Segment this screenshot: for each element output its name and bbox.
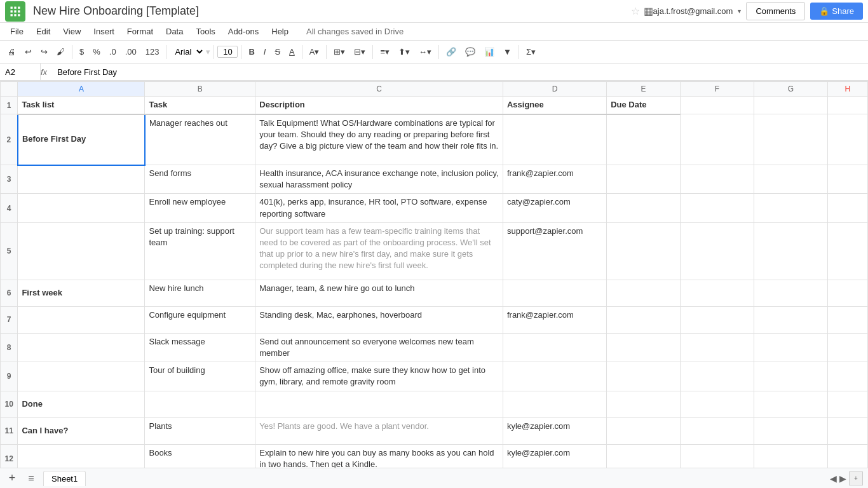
cell-8-h[interactable] bbox=[827, 333, 867, 362]
cell-12-e[interactable] bbox=[607, 444, 681, 468]
col-header-f[interactable]: F bbox=[681, 82, 754, 97]
share-button[interactable]: 🔒 Share bbox=[810, 3, 863, 20]
cell-8-d[interactable] bbox=[503, 333, 606, 362]
cell-4-c[interactable]: 401(k), perks app, insurance, HR tool, P… bbox=[255, 194, 503, 222]
cell-9-b[interactable]: Tour of building bbox=[145, 362, 255, 391]
italic-button[interactable]: I bbox=[260, 45, 270, 58]
function-button[interactable]: Σ▾ bbox=[522, 45, 539, 58]
cell-12-b[interactable]: Books bbox=[145, 444, 255, 468]
folder-icon[interactable]: ▦ bbox=[644, 5, 653, 17]
menu-edit[interactable]: Edit bbox=[31, 25, 55, 38]
cell-12-c[interactable]: Explain to new hire you can buy as many … bbox=[255, 444, 503, 468]
menu-view[interactable]: View bbox=[58, 25, 86, 38]
cell-reference-input[interactable] bbox=[3, 64, 41, 80]
col-header-h[interactable]: H bbox=[827, 82, 867, 97]
menu-addons[interactable]: Add-ons bbox=[223, 25, 264, 38]
cell-8-c[interactable]: Send out announcement so everyone welcom… bbox=[255, 333, 503, 362]
cell-2-e[interactable] bbox=[607, 114, 681, 165]
cell-11-h[interactable] bbox=[827, 417, 867, 444]
cell-9-e[interactable] bbox=[607, 362, 681, 391]
cell-5-g[interactable] bbox=[754, 222, 827, 280]
font-size-input[interactable] bbox=[217, 46, 238, 58]
row-number-2[interactable]: 2 bbox=[1, 114, 18, 165]
cell-2-h[interactable] bbox=[827, 114, 867, 165]
cell-11-e[interactable] bbox=[607, 417, 681, 444]
cell-6-c[interactable]: Manager, team, & new hire go out to lunc… bbox=[255, 280, 503, 306]
cell-6-a[interactable]: First week bbox=[18, 280, 145, 306]
cell-6-e[interactable] bbox=[607, 280, 681, 306]
cell-8-f[interactable] bbox=[681, 333, 754, 362]
cell-10-a[interactable]: Done bbox=[18, 391, 145, 417]
row-number-3[interactable]: 3 bbox=[1, 165, 18, 194]
cell-11-g[interactable] bbox=[754, 417, 827, 444]
cell-10-e[interactable] bbox=[607, 391, 681, 417]
paint-format-button[interactable]: 🖌 bbox=[53, 45, 69, 58]
cell-6-b[interactable]: New hire lunch bbox=[145, 280, 255, 306]
cell-7-h[interactable] bbox=[827, 306, 867, 333]
col-header-c[interactable]: C bbox=[255, 82, 503, 97]
cell-9-h[interactable] bbox=[827, 362, 867, 391]
cell-10-b[interactable] bbox=[145, 391, 255, 417]
cell-4-b[interactable]: Enroll new employee bbox=[145, 194, 255, 222]
row-number-11[interactable]: 11 bbox=[1, 417, 18, 444]
cell-3-d[interactable]: frank@zapier.com bbox=[503, 165, 606, 194]
chart-button[interactable]: 📊 bbox=[480, 45, 498, 58]
cell-7-g[interactable] bbox=[754, 306, 827, 333]
percent-button[interactable]: % bbox=[89, 45, 104, 58]
scroll-left-button[interactable]: ◀ bbox=[830, 473, 837, 484]
cell-11-d[interactable]: kyle@zapier.com bbox=[503, 417, 606, 444]
cell-12-d[interactable]: kyle@zapier.com bbox=[503, 444, 606, 468]
cell-3-h[interactable] bbox=[827, 165, 867, 194]
row-number-12[interactable]: 12 bbox=[1, 444, 18, 468]
cell-8-e[interactable] bbox=[607, 333, 681, 362]
row-number-5[interactable]: 5 bbox=[1, 222, 18, 280]
cell-9-g[interactable] bbox=[754, 362, 827, 391]
strikethrough-button[interactable]: S bbox=[271, 45, 284, 58]
menu-format[interactable]: Format bbox=[122, 25, 158, 38]
cell-7-a[interactable] bbox=[18, 306, 145, 333]
cell-1-c[interactable]: Description bbox=[255, 97, 503, 114]
cell-3-g[interactable] bbox=[754, 165, 827, 194]
currency-button[interactable]: $ bbox=[76, 45, 88, 58]
cell-1-d[interactable]: Assignee bbox=[503, 97, 606, 114]
fill-color-button[interactable]: A▾ bbox=[306, 45, 323, 58]
cell-12-g[interactable] bbox=[754, 444, 827, 468]
cell-1-e[interactable]: Due Date bbox=[607, 97, 681, 114]
cell-12-f[interactable] bbox=[681, 444, 754, 468]
cell-4-g[interactable] bbox=[754, 194, 827, 222]
col-header-e[interactable]: E bbox=[607, 82, 681, 97]
cell-8-a[interactable] bbox=[18, 333, 145, 362]
cell-1-f[interactable] bbox=[681, 97, 754, 114]
cell-7-b[interactable]: Configure equipment bbox=[145, 306, 255, 333]
cell-7-e[interactable] bbox=[607, 306, 681, 333]
cell-4-f[interactable] bbox=[681, 194, 754, 222]
print-button[interactable]: 🖨 bbox=[4, 45, 20, 58]
cell-10-f[interactable] bbox=[681, 391, 754, 417]
cell-2-b[interactable]: Manager reaches out bbox=[145, 114, 255, 165]
add-sheet-button[interactable]: + bbox=[5, 471, 19, 485]
borders-button[interactable]: ⊞▾ bbox=[330, 45, 349, 58]
cell-1-b[interactable]: Task bbox=[145, 97, 255, 114]
sheet-tab[interactable]: Sheet1 bbox=[43, 471, 86, 486]
menu-insert[interactable]: Insert bbox=[88, 25, 119, 38]
cell-5-b[interactable]: Set up training: support team bbox=[145, 222, 255, 280]
cell-11-b[interactable]: Plants bbox=[145, 417, 255, 444]
cell-3-f[interactable] bbox=[681, 165, 754, 194]
cell-1-a[interactable]: Task list bbox=[18, 97, 145, 114]
col-header-a[interactable]: A bbox=[18, 82, 145, 97]
link-button[interactable]: 🔗 bbox=[442, 45, 460, 58]
undo-button[interactable]: ↩ bbox=[21, 45, 36, 58]
cell-5-e[interactable] bbox=[607, 222, 681, 280]
cell-7-f[interactable] bbox=[681, 306, 754, 333]
cell-5-d[interactable]: support@zapier.com bbox=[503, 222, 606, 280]
sheet-list-button[interactable]: ≡ bbox=[24, 471, 38, 485]
cell-3-b[interactable]: Send forms bbox=[145, 165, 255, 194]
cell-8-g[interactable] bbox=[754, 333, 827, 362]
menu-tools[interactable]: Tools bbox=[191, 25, 220, 38]
cell-8-b[interactable]: Slack message bbox=[145, 333, 255, 362]
cell-12-a[interactable] bbox=[18, 444, 145, 468]
decimal-increase-button[interactable]: .00 bbox=[121, 45, 140, 58]
cell-12-h[interactable] bbox=[827, 444, 867, 468]
corner-expand-button[interactable]: + bbox=[849, 471, 863, 485]
cell-6-g[interactable] bbox=[754, 280, 827, 306]
